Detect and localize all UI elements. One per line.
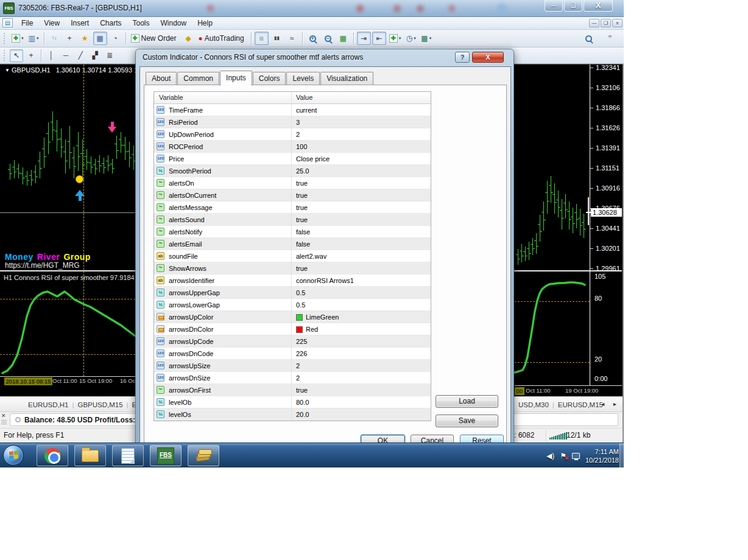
chart-tab-gbpusd,m15[interactable]: GBPUSD,M15 [74, 401, 126, 408]
param-row-arrowsdncode[interactable]: 123arrowsDnCode226 [154, 348, 431, 360]
param-row-price[interactable]: 123PriceClose price [154, 153, 431, 165]
load-button[interactable]: Load [436, 395, 498, 408]
param-row-rocperiod[interactable]: 123ROCPeriod100 [154, 141, 431, 153]
toolbar-grip[interactable] [4, 50, 7, 61]
menu-charts[interactable]: Charts [94, 17, 127, 30]
param-value[interactable]: Close price [296, 155, 330, 163]
mdi-close-button[interactable]: x [612, 19, 623, 27]
param-row-alertson[interactable]: ~alertsOntrue [154, 177, 431, 189]
toolbar-grip[interactable] [4, 33, 7, 44]
param-row-arrowsupcolor[interactable]: arrowsUpColorLimeGreen [154, 311, 431, 323]
templates-icon[interactable]: ▩▾ [419, 32, 433, 45]
tab-common[interactable]: Common [177, 72, 219, 86]
taskbar-explorer-button[interactable] [74, 445, 106, 466]
close-button[interactable]: X [584, 0, 613, 12]
menu-window[interactable]: Window [155, 17, 192, 30]
search-icon[interactable] [582, 32, 596, 45]
param-row-arrowsdncolor[interactable]: arrowsDnColorRed [154, 323, 431, 335]
maximize-button[interactable]: ❑ [564, 0, 582, 12]
param-value[interactable]: true [296, 180, 308, 187]
strategy-tester-icon[interactable]: ◔ [108, 32, 122, 45]
param-row-smoothperiod[interactable]: ½SmoothPeriod25.0 [154, 165, 431, 177]
param-value[interactable]: true [296, 387, 308, 394]
param-row-alertsoncurrent[interactable]: ~alertsOnCurrenttrue [154, 189, 431, 201]
param-value[interactable]: true [296, 216, 308, 223]
mdi-restore-button[interactable]: ❑ [601, 19, 611, 27]
param-row-arrowsupcode[interactable]: 123arrowsUpCode225 [154, 335, 431, 348]
fibonacci-icon[interactable]: ≣ [103, 49, 116, 62]
navigator-icon[interactable]: ★ [78, 32, 92, 45]
vertical-line-icon[interactable]: │ [44, 49, 58, 62]
periods-icon[interactable]: ◷▾ [404, 32, 418, 45]
param-row-levelos[interactable]: ½levelOs20.0 [154, 408, 431, 421]
taskbar-clock[interactable]: 7:11 AM 10/21/2018 [585, 447, 619, 464]
new-chart-icon[interactable]: ✚▾ [10, 32, 26, 45]
param-value[interactable]: connorRSI Arrows1 [296, 277, 354, 284]
market-watch-icon[interactable]: ↑↓ [48, 32, 62, 45]
param-row-updownperiod[interactable]: 123UpDownPeriod2 [154, 128, 431, 141]
param-row-levelob[interactable]: ½levelOb80.0 [154, 396, 431, 408]
cursor-icon[interactable]: ↖ [10, 49, 23, 62]
mdi-minimize-button[interactable]: — [589, 19, 599, 27]
titlebar[interactable]: FBS 7305206: FBS-Real-7 - [GBPUSD,H1] — … [0, 0, 624, 17]
param-value[interactable]: 2 [296, 362, 300, 369]
param-row-alertsemail[interactable]: ~alertsEmailfalse [154, 238, 431, 250]
line-chart-icon[interactable]: ≈ [285, 32, 299, 45]
tab-colors[interactable]: Colors [253, 72, 286, 86]
metaeditor-icon[interactable]: ◆ [182, 32, 196, 45]
param-value[interactable]: false [296, 228, 310, 236]
menu-tools[interactable]: Tools [127, 17, 155, 30]
profiles-icon[interactable]: ▥▾ [27, 32, 41, 45]
start-button[interactable] [3, 445, 24, 466]
action-center-flag-icon[interactable]: ⚑✕ [560, 452, 566, 460]
param-row-showarrows[interactable]: ~ShowArrowstrue [154, 262, 431, 275]
taskbar-fbs-button[interactable]: FBS [150, 445, 182, 466]
param-value[interactable]: 2 [296, 131, 300, 138]
taskbar-chrome-button[interactable] [37, 445, 68, 466]
param-value[interactable]: 100 [296, 143, 307, 150]
crosshair-icon[interactable]: + [24, 49, 38, 62]
taskbar-mt4-button[interactable] [188, 445, 219, 466]
menu-view[interactable]: View [38, 17, 65, 30]
chart-tab-usd,m30[interactable]: USD,M30 [515, 401, 552, 408]
show-desktop-button[interactable] [619, 443, 624, 467]
menu-insert[interactable]: Insert [65, 17, 94, 30]
param-row-timeframe[interactable]: 123TimeFramecurrent [154, 104, 431, 116]
param-row-arrowsupsize[interactable]: 123arrowsUpSize2 [154, 360, 431, 372]
param-row-soundfile[interactable]: absoundFilealert2.wav [154, 250, 431, 262]
dialog-close-button[interactable]: X [472, 52, 504, 63]
param-row-arrowsidentifier[interactable]: abarrowsIdentifierconnorRSI Arrows1 [154, 275, 431, 287]
zoom-out-icon[interactable]: − [321, 32, 335, 45]
param-value[interactable]: 2 [296, 374, 300, 382]
param-value[interactable]: 225 [296, 338, 307, 345]
menu-help[interactable]: Help [192, 17, 218, 30]
tab-levels[interactable]: Levels [286, 72, 320, 86]
param-value[interactable]: 226 [296, 350, 307, 357]
network-icon[interactable] [572, 453, 580, 459]
dialog-help-button[interactable]: ? [455, 52, 470, 63]
param-row-alertssound[interactable]: ~alertsSoundtrue [154, 214, 431, 226]
tile-windows-icon[interactable]: ▦ [336, 32, 350, 45]
chart-tab-eurusd,m15[interactable]: EURUSD,M15 [554, 401, 607, 408]
param-row-alertsmessage[interactable]: ~alertsMessagetrue [154, 201, 431, 214]
tab-scroll-arrows[interactable]: ◂ ▸ [601, 401, 620, 407]
tab-inputs[interactable]: Inputs [220, 71, 252, 86]
param-value[interactable]: current [296, 107, 317, 114]
param-value[interactable]: 0.5 [296, 301, 305, 309]
param-value[interactable]: 3 [296, 119, 300, 126]
zoom-in-icon[interactable]: + [306, 32, 320, 45]
horizontal-line-icon[interactable]: ─ [59, 49, 72, 62]
param-value[interactable]: LimeGreen [296, 313, 339, 321]
param-row-rsiperiod[interactable]: 123RsiPeriod3 [154, 116, 431, 128]
param-row-arrowsonfirst[interactable]: ~arrowsOnFirsttrue [154, 384, 431, 396]
param-value[interactable]: false [296, 240, 310, 248]
taskbar-notepad-button[interactable] [112, 445, 144, 466]
new-order-button[interactable]: ✚New Order [129, 32, 180, 45]
param-value[interactable]: true [296, 265, 308, 272]
param-value[interactable]: true [296, 192, 308, 199]
auto-scroll-icon[interactable]: ⇥ [357, 32, 371, 45]
param-value[interactable]: Red [296, 326, 318, 333]
minimize-button[interactable]: — [545, 0, 563, 12]
autotrading-button[interactable]: ●AutoTrading [197, 32, 248, 45]
trendline-icon[interactable]: ╱ [74, 49, 87, 62]
